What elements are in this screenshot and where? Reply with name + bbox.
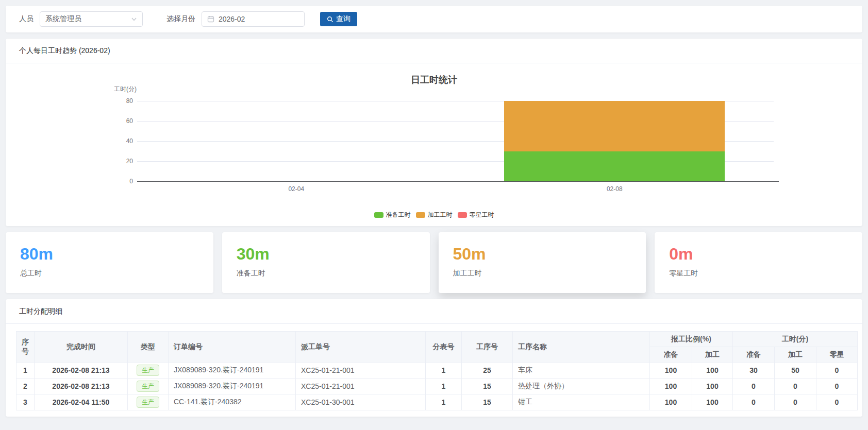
stat-card-total: 80m 总工时 — [6, 232, 213, 293]
cell-op_name: 热处理（外协） — [513, 379, 650, 394]
stat-label-prep: 准备工时 — [237, 269, 415, 278]
person-select-value: 系统管理员 — [45, 14, 81, 24]
cell-time: 2026-02-08 21:13 — [35, 379, 128, 394]
legend-item-准备工时[interactable]: 准备工时 — [374, 211, 411, 219]
col-min-prep: 准备 — [733, 347, 775, 363]
allocation-table-head: 序号 完成时间 类型 订单编号 派工单号 分表号 工序号 工序名称 报工比例(%… — [16, 332, 858, 363]
cell-min_proc: 0 — [775, 379, 816, 394]
col-seq: 序号 — [16, 332, 35, 363]
y-tick-60: 60 — [112, 118, 133, 124]
type-badge: 生产 — [137, 365, 159, 376]
chevron-down-icon — [131, 16, 137, 22]
col-op-no: 工序号 — [462, 332, 513, 363]
legend-label: 准备工时 — [386, 211, 411, 219]
allocation-table: 序号 完成时间 类型 订单编号 派工单号 分表号 工序号 工序名称 报工比例(%… — [16, 331, 858, 410]
cell-op_name: 车床 — [513, 363, 650, 379]
col-type: 类型 — [128, 332, 169, 363]
cell-op_no: 25 — [462, 363, 513, 379]
cell-dispatch_no: XC25-01-21-001 — [296, 379, 426, 394]
x-axis-line — [137, 181, 779, 182]
cell-dispatch_no: XC25-01-21-001 — [296, 363, 426, 379]
legend-swatch-icon — [374, 212, 383, 218]
legend-swatch-icon — [458, 212, 467, 218]
cell-op_no: 15 — [462, 379, 513, 394]
daily-trend-card: 个人每日工时趋势 (2026-02) 日工时统计 工时(分) 准备工时加工工时零… — [6, 39, 862, 226]
y-tick-80: 80 — [112, 98, 133, 104]
cell-ratio_prep: 100 — [650, 379, 692, 394]
table-row: 32026-02-04 11:50生产CC-141.装订-240382XC25-… — [16, 394, 858, 410]
y-tick-20: 20 — [112, 158, 133, 164]
stat-card-prep: 30m 准备工时 — [222, 232, 430, 293]
col-order-no: 订单编号 — [169, 332, 296, 363]
cell-type: 生产 — [128, 394, 169, 410]
cell-dispatch_no: XC25-01-30-001 — [296, 394, 426, 410]
x-tick-02-04: 02-04 — [276, 186, 317, 192]
stats-row: 80m 总工时 30m 准备工时 50m 加工工时 0m 零星工时 — [6, 232, 862, 293]
cell-seq: 2 — [16, 379, 35, 394]
col-ratio-prep: 准备 — [650, 347, 692, 363]
cell-min_misc: 0 — [816, 379, 858, 394]
cell-time: 2026-02-08 21:13 — [35, 363, 128, 379]
legend-item-加工工时[interactable]: 加工工时 — [416, 211, 453, 219]
stat-value-total: 80m — [20, 245, 199, 263]
legend-label: 零星工时 — [470, 211, 494, 219]
table-row: 12026-02-08 21:13生产JX089089-320.装订-24019… — [16, 363, 858, 379]
cell-op_name: 钳工 — [513, 394, 650, 410]
month-input-value: 2026-02 — [219, 15, 245, 23]
chart-plot-area: 日工时统计 工时(分) 准备工时加工工时零星工时 02040608002-040… — [6, 63, 862, 226]
cell-seq: 1 — [16, 363, 35, 379]
cell-type: 生产 — [128, 363, 169, 379]
cell-ratio_prep: 100 — [650, 363, 692, 379]
stat-value-processing: 50m — [453, 245, 632, 263]
cell-order_no: CC-141.装订-240382 — [169, 394, 296, 410]
col-sub-no: 分表号 — [426, 332, 462, 363]
cell-sub_no: 1 — [426, 363, 462, 379]
daily-trend-title: 个人每日工时趋势 (2026-02) — [19, 46, 110, 56]
chart-title: 日工时统计 — [6, 74, 862, 86]
query-button[interactable]: 查询 — [320, 12, 357, 26]
legend-item-零星工时[interactable]: 零星工时 — [458, 211, 494, 219]
cell-min_misc: 0 — [816, 363, 858, 379]
cell-min_prep: 0 — [733, 379, 775, 394]
stat-label-total: 总工时 — [20, 269, 199, 278]
cell-order_no: JX089089-320.装订-240191 — [169, 379, 296, 394]
allocation-detail-card: 工时分配明细 序号 完成时间 类型 订单编号 派工单号 分 — [6, 299, 862, 417]
allocation-detail-title: 工时分配明细 — [19, 307, 62, 316]
y-tick-0: 0 — [112, 178, 133, 184]
col-op-name: 工序名称 — [513, 332, 650, 363]
col-min-proc: 加工 — [775, 347, 816, 363]
cell-ratio_proc: 100 — [692, 379, 733, 394]
query-button-label: 查询 — [336, 14, 350, 24]
col-ratio-proc: 加工 — [692, 347, 733, 363]
person-select[interactable]: 系统管理员 — [40, 11, 143, 27]
stat-card-processing: 50m 加工工时 — [439, 232, 646, 293]
filter-bar: 人员 系统管理员 选择月份 2026-02 查询 — [6, 6, 862, 32]
page: 人员 系统管理员 选择月份 2026-02 查询 — [0, 0, 868, 422]
cell-min_prep: 30 — [733, 363, 775, 379]
allocation-table-body: 12026-02-08 21:13生产JX089089-320.装订-24019… — [16, 363, 858, 410]
cell-min_prep: 0 — [733, 394, 775, 410]
col-group-ratio: 报工比例(%) — [650, 332, 733, 347]
type-badge: 生产 — [137, 381, 159, 392]
cell-type: 生产 — [128, 379, 169, 394]
cell-time: 2026-02-04 11:50 — [35, 394, 128, 410]
cell-min_misc: 0 — [816, 394, 858, 410]
cell-ratio_prep: 100 — [650, 394, 692, 410]
y-tick-40: 40 — [112, 138, 133, 144]
legend-swatch-icon — [416, 212, 425, 218]
allocation-table-wrap: 序号 完成时间 类型 订单编号 派工单号 分表号 工序号 工序名称 报工比例(%… — [6, 324, 862, 417]
cell-order_no: JX089089-320.装订-240191 — [169, 363, 296, 379]
daily-trend-card-header: 个人每日工时趋势 (2026-02) — [6, 39, 862, 63]
cell-ratio_proc: 100 — [692, 394, 733, 410]
search-icon — [327, 16, 333, 23]
type-badge: 生产 — [137, 397, 159, 408]
month-input[interactable]: 2026-02 — [202, 11, 305, 27]
calendar-icon — [207, 15, 214, 23]
col-min-misc: 零星 — [816, 347, 858, 363]
stat-label-processing: 加工工时 — [453, 269, 632, 278]
cell-seq: 3 — [16, 394, 35, 410]
stat-card-misc: 0m 零星工时 — [655, 232, 862, 293]
cell-min_proc: 0 — [775, 394, 816, 410]
stat-label-misc: 零星工时 — [669, 269, 848, 278]
chart-legend: 准备工时加工工时零星工时 — [6, 211, 862, 219]
